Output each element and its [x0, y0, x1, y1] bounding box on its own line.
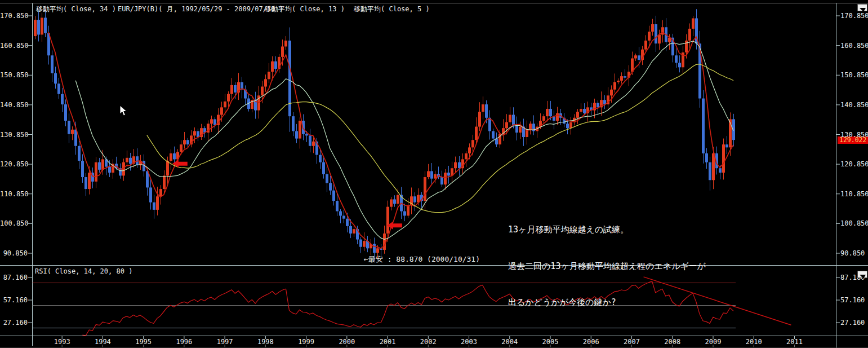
price-tick-label: 120.850	[840, 160, 868, 168]
year-tick-label: 1995	[135, 338, 152, 346]
price-tick-label: 150.850	[840, 71, 868, 79]
price-tick-label: 160.850	[0, 42, 28, 50]
price-tick-label: 160.850	[840, 42, 868, 50]
year-tick-label: 2011	[786, 338, 803, 346]
indicator-label-ma34: 移動平均( Close, 34 )	[36, 5, 116, 14]
price-tick-label: 100.850	[840, 219, 868, 227]
year-tick-label: 1994	[95, 338, 111, 346]
year-tick-label: 2006	[583, 338, 599, 346]
year-tick-label: 2005	[542, 338, 559, 346]
year-tick-label: 2001	[380, 338, 396, 346]
rsi-tick-label: 57.160	[840, 296, 865, 304]
price-tick-label: 170.850	[840, 12, 868, 20]
symbol-title: EUR/JPY(B)( 月, 1992/05/29 - 2009/07/10 )	[118, 5, 283, 14]
year-tick-label: 2007	[624, 338, 640, 346]
rsi-tick-label: 27.160	[0, 319, 28, 327]
chart-application: 移動平均( Close, 34 ) EUR/JPY(B)( 月, 1992/05…	[0, 0, 868, 348]
price-tick-label: 130.850	[840, 131, 868, 139]
price-tick-label: 110.850	[0, 190, 28, 198]
mouse-cursor-icon	[119, 105, 130, 120]
price-tick-label: 140.850	[0, 101, 28, 109]
year-tick-label: 2004	[501, 338, 518, 346]
indicator-label-ma13: 移動平均( Close, 13 )	[265, 5, 345, 14]
rsi-tick-label: 27.160	[840, 319, 865, 327]
chart-canvas[interactable]	[0, 0, 868, 348]
price-tick-label: 100.850	[0, 219, 28, 227]
year-tick-label: 2000	[339, 338, 355, 346]
year-tick-label: 1999	[298, 338, 314, 346]
price-tick-label: 110.850	[840, 190, 868, 198]
note-line: 過去二回の13ヶ月移動平均線超え程のエネルギーが	[508, 261, 706, 273]
price-tick-label: 140.850	[840, 101, 868, 109]
price-tick-label: 90.850	[0, 249, 28, 257]
year-tick-label: 2003	[461, 338, 477, 346]
year-tick-label: 1993	[54, 338, 70, 346]
indicator-label-ma5: 移動平均( Close, 5 )	[354, 5, 430, 14]
analyst-note: 13ヶ月移動平均線越えの試練。 過去二回の13ヶ月移動平均線超え程のエネルギーが…	[508, 200, 706, 333]
rsi-tick-label: 87.160	[0, 274, 28, 281]
year-tick-label: 1997	[217, 338, 233, 346]
year-tick-label: 2008	[664, 338, 680, 346]
price-tick-label: 120.850	[0, 160, 28, 168]
dropdown-arrow-icon[interactable]	[857, 4, 867, 11]
year-tick-label: 1996	[176, 338, 192, 346]
low-price-annotation: ←最安 : 88.870 (2000/10/31)	[364, 254, 480, 265]
rsi-panel-title: RSI( Close, 14, 20, 80 )	[35, 267, 132, 275]
rsi-tick-label: 57.160	[0, 296, 28, 304]
year-tick-label: 2010	[746, 338, 762, 346]
price-tick-label: 90.850	[840, 249, 865, 257]
note-line: 出るかどうかが今後の鍵か?	[508, 297, 706, 309]
dropdown-arrow-icon[interactable]	[857, 271, 867, 278]
price-tick-label: 150.850	[0, 71, 28, 79]
price-tick-label: 130.850	[0, 131, 28, 139]
year-tick-label: 2002	[420, 338, 437, 346]
note-line: 13ヶ月移動平均線越えの試練。	[508, 224, 706, 236]
year-tick-label: 1998	[257, 338, 274, 346]
year-tick-label: 2009	[705, 338, 722, 346]
price-tick-label: 170.850	[0, 12, 28, 20]
